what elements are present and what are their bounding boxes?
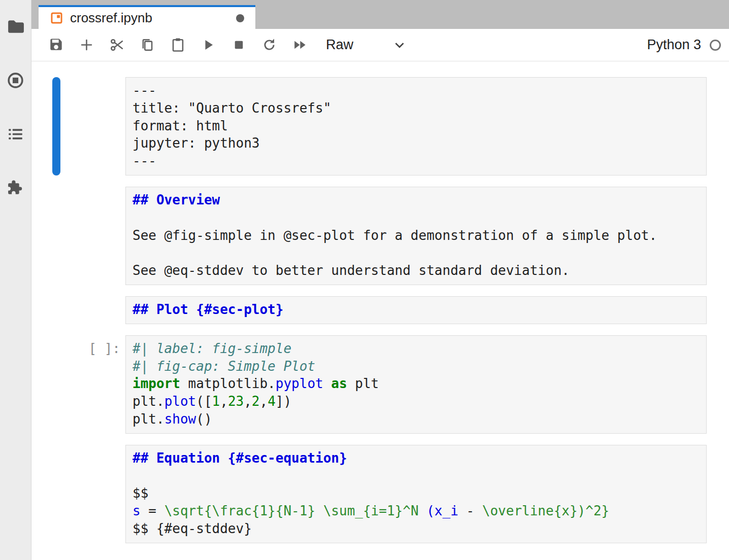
cell-editor[interactable]: ## Equation {#sec-equation} $$s = \sqrt{…: [125, 445, 707, 543]
insert-cell-button[interactable]: [71, 32, 102, 58]
code-line: $$ {#eq-stddev}: [132, 520, 699, 538]
code-line: plt.show(): [132, 410, 699, 428]
kernel-selector[interactable]: Python 3: [647, 37, 721, 53]
code-line: plt.plot([1,23,2,4]): [132, 393, 699, 410]
kernel-name: Python 3: [647, 37, 701, 53]
notebook-file-icon: [50, 11, 63, 25]
restart-kernel-button[interactable]: [254, 32, 284, 58]
cell-collapser[interactable]: [52, 445, 60, 543]
code-line: $$: [132, 484, 699, 502]
run-cell-button[interactable]: [193, 32, 223, 58]
code-line: ## Plot {#sec-plot}: [132, 301, 699, 319]
plus-icon: [79, 37, 94, 53]
code-line: ---: [132, 152, 699, 170]
notebook-panel: ---title: "Quarto Crossrefs"format: html…: [31, 61, 729, 560]
cell-editor[interactable]: ## Plot {#sec-plot}: [125, 296, 707, 324]
tab-crossref-ipynb[interactable]: crossref.ipynb: [39, 5, 255, 29]
save-icon: [48, 37, 64, 53]
sidebar-item-table-of-contents[interactable]: [6, 124, 25, 144]
code-line: See @fig-simple in @sec-plot for a demon…: [132, 227, 699, 244]
cell-markdown[interactable]: ## Equation {#sec-equation} $$s = \sqrt{…: [31, 445, 729, 543]
kernel-status-idle-icon: [710, 40, 721, 51]
code-line: [132, 467, 699, 485]
cell-execution-prompt: [60, 77, 125, 176]
cell-raw[interactable]: ---title: "Quarto Crossrefs"format: html…: [31, 77, 729, 176]
cell-execution-prompt: [60, 296, 125, 324]
cell-collapser[interactable]: [52, 77, 60, 176]
cell-markdown[interactable]: ## Plot {#sec-plot}: [31, 296, 729, 324]
cell-collapser[interactable]: [52, 187, 60, 285]
code-line: jupyter: python3: [132, 134, 699, 152]
sidebar-item-file-browser[interactable]: [6, 17, 25, 36]
puzzle-icon: [6, 179, 25, 197]
cell-editor[interactable]: ---title: "Quarto Crossrefs"format: html…: [125, 77, 707, 176]
code-line: #| label: fig-simple: [132, 340, 699, 358]
cell-collapser[interactable]: [52, 296, 60, 324]
paste-cell-button[interactable]: [162, 32, 193, 58]
main-area: crossref.ipynb Raw Python 3 ---title: "Q…: [31, 0, 729, 560]
refresh-icon: [261, 37, 277, 53]
stop-icon: [231, 37, 247, 53]
code-line: ---: [132, 82, 699, 99]
cell-type-dropdown[interactable]: Raw: [321, 33, 409, 57]
notebook-toolbar: Raw Python 3: [31, 29, 729, 61]
copy-icon: [140, 37, 155, 53]
cell-collapser[interactable]: [52, 335, 60, 434]
code-line: See @eq-stddev to better understand stan…: [132, 262, 699, 279]
chevron-down-icon: [393, 39, 406, 52]
copy-cell-button[interactable]: [132, 32, 162, 58]
play-icon: [201, 37, 216, 53]
interrupt-kernel-button[interactable]: [223, 32, 254, 58]
save-button[interactable]: [41, 32, 71, 58]
cell-code[interactable]: [ ]:#| label: fig-simple#| fig-cap: Simp…: [31, 335, 729, 434]
fast-forward-icon: [292, 37, 308, 53]
sidebar-item-running-kernels[interactable]: [6, 71, 25, 90]
code-line: ## Overview: [132, 191, 699, 209]
code-line: #| fig-cap: Simple Plot: [132, 358, 699, 375]
jupyterlab-window: crossref.ipynb Raw Python 3 ---title: "Q…: [0, 0, 729, 560]
cell-execution-prompt: [60, 187, 125, 285]
cell-markdown[interactable]: ## Overview See @fig-simple in @sec-plot…: [31, 187, 729, 285]
cell-execution-prompt: [ ]:: [60, 335, 125, 434]
code-line: ## Equation {#sec-equation}: [132, 449, 699, 467]
cell-editor[interactable]: #| label: fig-simple#| fig-cap: Simple P…: [125, 335, 707, 434]
left-activity-bar: [0, 0, 31, 560]
code-line: format: html: [132, 117, 699, 135]
restart-run-all-button[interactable]: [284, 32, 315, 58]
code-line: import matplotlib.pyplot as plt: [132, 375, 699, 393]
cut-cell-button[interactable]: [102, 32, 132, 58]
folder-icon: [6, 17, 25, 36]
stop-circle-icon: [6, 71, 25, 90]
code-line: title: "Quarto Crossrefs": [132, 99, 699, 117]
cell-editor[interactable]: ## Overview See @fig-simple in @sec-plot…: [125, 187, 707, 285]
code-line: [132, 244, 699, 262]
tab-title: crossref.ipynb: [70, 10, 152, 26]
unsaved-changes-indicator[interactable]: [236, 14, 244, 22]
list-icon: [6, 125, 25, 144]
code-line: s = \sqrt{\frac{1}{N-1} \sum_{i=1}^N (x_…: [132, 502, 699, 520]
sidebar-item-extensions[interactable]: [6, 178, 25, 197]
clipboard-icon: [170, 37, 186, 53]
code-line: [132, 209, 699, 227]
tab-bar: crossref.ipynb: [31, 0, 729, 29]
cell-execution-prompt: [60, 445, 125, 543]
cell-type-value: Raw: [326, 37, 353, 53]
scissors-icon: [109, 37, 125, 53]
